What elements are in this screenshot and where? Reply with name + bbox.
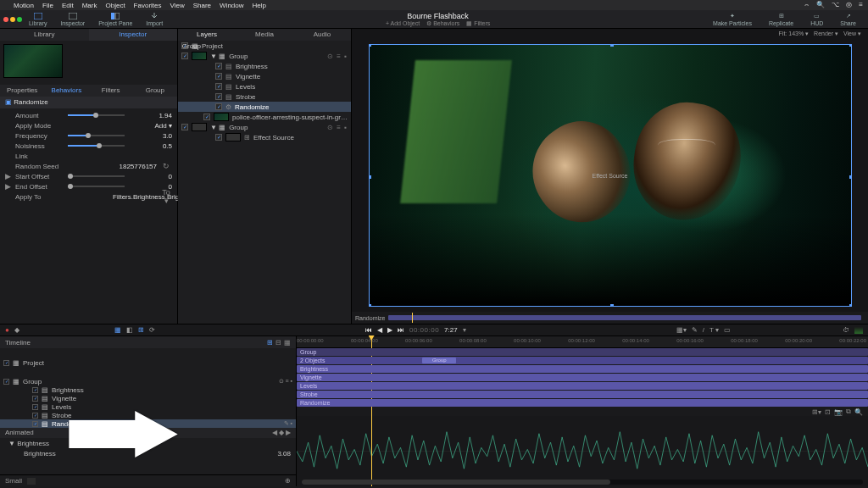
param-extra-icon[interactable]: To ▾ bbox=[160, 188, 172, 205]
menu-object[interactable]: Object bbox=[105, 2, 125, 9]
param-value[interactable]: 3.0 bbox=[128, 132, 172, 140]
layer-row[interactable]: ▼ ▦Group⊙ ≡ ▪ bbox=[178, 122, 351, 132]
param-row[interactable]: Link bbox=[5, 151, 172, 161]
traffic-close-icon[interactable] bbox=[3, 17, 8, 22]
tool1[interactable]: ▦▾ bbox=[676, 326, 687, 334]
row-size-control[interactable]: Small ⊕ bbox=[0, 474, 296, 486]
tlineicon2[interactable]: ⊟ bbox=[275, 339, 281, 347]
param-row[interactable]: ▶Start Offset0 bbox=[5, 171, 172, 181]
tlineicon3[interactable]: ▦ bbox=[284, 339, 291, 347]
viewicon3[interactable]: ⊞ bbox=[138, 326, 144, 334]
check-icon[interactable] bbox=[32, 421, 38, 427]
param-value[interactable]: Add ▾ bbox=[128, 122, 172, 130]
param-row[interactable]: Random Seed1825776157↻ bbox=[5, 161, 172, 171]
timeline-row[interactable]: ▤Vignette bbox=[0, 394, 296, 402]
check-icon[interactable] bbox=[215, 103, 222, 110]
viewicon1[interactable]: ▦ bbox=[114, 326, 121, 334]
go-start-button[interactable]: ⏮ bbox=[365, 326, 372, 334]
param-slider[interactable] bbox=[68, 186, 125, 187]
clip[interactable]: Vignette bbox=[297, 374, 868, 381]
param-row[interactable]: Amount1.94 bbox=[5, 110, 172, 120]
row-flags[interactable]: ✎ ▪ bbox=[284, 420, 292, 427]
menu-edit[interactable]: Edit bbox=[62, 2, 74, 9]
check-icon[interactable] bbox=[32, 404, 38, 410]
menu-help[interactable]: Help bbox=[253, 2, 266, 9]
check-icon[interactable] bbox=[32, 396, 38, 402]
canvas-viewport[interactable]: Effect Source bbox=[369, 44, 852, 307]
layer-row[interactable]: ▤Brightness bbox=[178, 61, 351, 71]
param-slider[interactable] bbox=[68, 175, 125, 177]
control-center-icon[interactable]: ⌥ bbox=[832, 1, 839, 8]
param-row[interactable]: ▶End Offset0 bbox=[5, 181, 172, 191]
menu-mark[interactable]: Mark bbox=[82, 2, 97, 9]
timeline-row[interactable]: ▤Brightness bbox=[0, 385, 296, 394]
kf-search-icon[interactable]: 🔍 bbox=[854, 408, 863, 416]
track-area[interactable]: Group2 ObjectsGroupBrightnessVignetteLev… bbox=[297, 348, 868, 408]
tab-behaviors[interactable]: Behaviors bbox=[44, 85, 88, 97]
clock-icon[interactable]: ⏱ bbox=[843, 326, 849, 334]
project-pane-button[interactable]: Project Pane bbox=[92, 10, 139, 28]
tool-line[interactable]: / bbox=[703, 326, 704, 334]
disclosure-icon[interactable]: ▶ bbox=[5, 182, 12, 191]
viewicon2[interactable]: ◧ bbox=[126, 326, 133, 334]
wifi-icon[interactable]: ⌢ bbox=[804, 1, 809, 8]
replicate-button[interactable]: ⊞Replicate bbox=[762, 13, 800, 26]
tab-filters[interactable]: Filters bbox=[89, 85, 133, 97]
param-value[interactable]: 0.5 bbox=[128, 142, 172, 150]
share-button[interactable]: ↗Share bbox=[833, 13, 863, 26]
filters-button[interactable]: ▦ Filters bbox=[466, 20, 490, 27]
check-icon[interactable] bbox=[215, 93, 222, 100]
track-lane[interactable]: Group bbox=[297, 348, 868, 357]
param-value[interactable]: 0 bbox=[128, 173, 172, 180]
tool-text[interactable]: T ▾ bbox=[709, 326, 719, 334]
keyframe-icon[interactable]: ◆ bbox=[14, 326, 19, 334]
clip[interactable]: Levels bbox=[297, 382, 868, 390]
tool-shape[interactable]: ▭ bbox=[724, 326, 731, 334]
play-button[interactable]: ▶ bbox=[387, 326, 392, 334]
param-row[interactable]: Noisiness0.5 bbox=[5, 141, 172, 151]
timeline-row[interactable]: ▤Levels bbox=[0, 402, 296, 411]
check-icon[interactable] bbox=[32, 413, 38, 419]
view-menu[interactable]: View ▾ bbox=[843, 30, 861, 37]
timeline-project-row[interactable]: ▦ Project bbox=[0, 358, 296, 367]
go-end-button[interactable]: ⏭ bbox=[398, 326, 404, 334]
kf-menu-icon[interactable]: ⊞▾ bbox=[812, 408, 821, 416]
menu-share[interactable]: Share bbox=[193, 2, 211, 9]
check-icon[interactable] bbox=[3, 379, 9, 385]
notif-icon[interactable]: ≡ bbox=[859, 1, 863, 8]
layer-row[interactable]: ▤Levels bbox=[178, 81, 351, 92]
kf-snap-icon[interactable]: ⧉ bbox=[846, 408, 851, 416]
check-icon[interactable] bbox=[181, 53, 188, 59]
track-lane[interactable]: Vignette bbox=[297, 374, 868, 382]
check-icon[interactable] bbox=[215, 63, 222, 69]
disclosure-icon[interactable]: ▼ ▦ bbox=[210, 53, 225, 60]
tab-properties[interactable]: Properties bbox=[0, 85, 44, 97]
param-row[interactable]: Apply ToFilters.Brightness.BrightnessTo … bbox=[5, 191, 172, 202]
param-value[interactable]: 1.94 bbox=[128, 112, 172, 119]
kf-playhead[interactable] bbox=[371, 416, 372, 486]
param-slider[interactable] bbox=[68, 114, 125, 116]
track-lane[interactable]: Brightness bbox=[297, 365, 868, 374]
param-value[interactable]: Filters.Brightness.Brightness bbox=[113, 193, 157, 201]
kf-scrollbar[interactable] bbox=[302, 480, 863, 485]
add-object-button[interactable]: + Add Object bbox=[386, 20, 420, 27]
tab-audio[interactable]: Audio bbox=[293, 29, 351, 41]
layer-row[interactable]: ⚙Randomize bbox=[178, 102, 351, 112]
menu-window[interactable]: Window bbox=[220, 2, 243, 9]
render-menu[interactable]: Render ▾ bbox=[814, 30, 838, 37]
menu-view[interactable]: View bbox=[170, 2, 185, 9]
tool-pencil[interactable]: ✎ bbox=[692, 326, 698, 334]
track-lane[interactable]: 2 ObjectsGroup bbox=[297, 357, 868, 365]
check-icon[interactable] bbox=[3, 360, 9, 366]
make-particles-button[interactable]: ✦Make Particles bbox=[706, 13, 759, 26]
menu-motion[interactable]: Motion bbox=[14, 2, 34, 9]
disclosure-icon[interactable]: ▶ bbox=[5, 172, 12, 180]
track-lane[interactable]: Levels bbox=[297, 382, 868, 391]
check-icon[interactable] bbox=[32, 387, 38, 393]
clip[interactable]: Randomize bbox=[297, 399, 868, 407]
search-icon[interactable]: 🔍 bbox=[816, 1, 825, 8]
check-icon[interactable] bbox=[181, 124, 188, 130]
tab-timeline[interactable]: Timeline bbox=[5, 339, 31, 347]
menu-file[interactable]: File bbox=[42, 2, 53, 9]
disclosure-icon[interactable]: ▼ ▦ bbox=[210, 124, 225, 131]
